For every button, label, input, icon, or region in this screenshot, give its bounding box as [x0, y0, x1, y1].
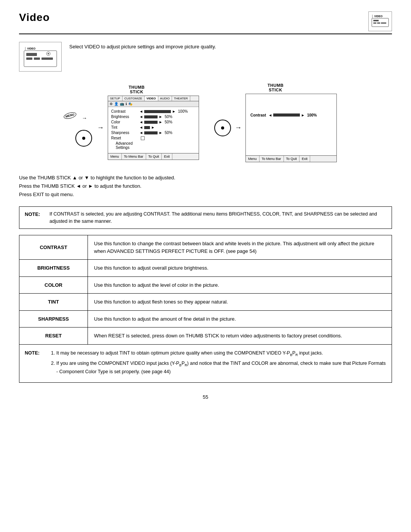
svg-rect-5	[381, 22, 386, 24]
feature-tint-desc: Use this function to adjust flesh tones …	[88, 294, 392, 310]
svg-rect-3	[373, 22, 376, 24]
instruction-line1: Use the THUMB STICK ▲ or ▼ to highlight …	[19, 174, 392, 182]
diagram-left: THUMB STICK MENU → → SETUP CUSTOM	[74, 85, 199, 160]
contrast-panel: Contrast ◄ ► 100% Menu To Menu Bar To Qu…	[245, 94, 337, 162]
feature-brightness-desc: Use this function to adjust overall pict…	[88, 260, 392, 276]
note1-text: If CONTRAST is selected, you are adjusti…	[49, 211, 386, 225]
bottom-note-label: NOTE:	[25, 349, 46, 378]
svg-rect-4	[377, 22, 380, 24]
feature-color: COLOR Use this function to adjust the le…	[19, 276, 392, 294]
diagram-right: THUMB STICK → Contrast ◄ ► 100%	[214, 83, 337, 162]
left-thumb-label: THUMB STICK	[129, 85, 145, 94]
svg-rect-9	[26, 58, 32, 60]
page-title: Video	[19, 11, 50, 24]
tab-audio: AUDIO	[158, 96, 172, 101]
feature-brightness: BRIGHTNESS Use this function to adjust o…	[19, 259, 392, 277]
intro-section: │ VIDEO Select VIDEO to adjust picture s…	[19, 42, 392, 72]
instructions: Use the THUMB STICK ▲ or ▼ to highlight …	[19, 174, 392, 199]
feature-sharpness-desc: Use this function to adjust the amount o…	[88, 311, 392, 328]
features-section: CONTRAST Use this function to change the…	[19, 235, 392, 345]
bottom-note: NOTE: It may be necessary to adjust TINT…	[19, 344, 392, 383]
left-joystick-area: MENU →	[74, 109, 93, 147]
left-to-menu-arrow: →	[97, 124, 104, 132]
svg-rect-8	[26, 53, 37, 56]
bottom-note-item2: If you are using the COMPONENT VIDEO inp…	[56, 359, 386, 375]
feature-contrast: CONTRAST Use this function to change the…	[19, 235, 392, 260]
right-to-panel-arrow: →	[235, 124, 242, 132]
feature-color-name: COLOR	[19, 277, 88, 294]
page-number: 55	[19, 394, 392, 400]
feature-brightness-name: BRIGHTNESS	[19, 260, 88, 276]
svg-rect-10	[34, 58, 40, 60]
header-video-icon: │ VIDEO	[368, 11, 392, 31]
tab-setup: SETUP	[108, 96, 123, 101]
feature-color-desc: Use this function to adjust the level of…	[88, 277, 392, 294]
right-thumb-label: THUMB STICK	[268, 83, 284, 92]
instruction-line2: Press the THUMB STICK ◄ or ► to adjust t…	[19, 182, 392, 190]
feature-reset-name: RESET	[19, 328, 88, 344]
menu-body: Contrast ◄ ► 100% Brightness ◄	[108, 107, 199, 153]
feature-sharpness: SHARPNESS Use this function to adjust th…	[19, 310, 392, 328]
feature-reset-desc: When RESET is selected, press down on TH…	[88, 328, 392, 344]
feature-reset: RESET When RESET is selected, press down…	[19, 327, 392, 345]
feature-contrast-desc: Use this function to change the contrast…	[88, 235, 392, 259]
tab-theater: THEATER	[172, 96, 190, 101]
tab-video: VIDEO	[145, 96, 158, 101]
svg-text:│ VIDEO: │ VIDEO	[25, 47, 36, 51]
feature-tint: TINT Use this function to adjust flesh t…	[19, 293, 392, 311]
svg-text:│ VIDEO: │ VIDEO	[372, 14, 383, 18]
menu-tabs: SETUP CUSTOMIZE VIDEO AUDIO THEATER	[108, 96, 199, 101]
feature-contrast-name: CONTRAST	[19, 235, 88, 259]
note1-box: NOTE: If CONTRAST is selected, you are a…	[19, 206, 392, 229]
diagram-section: THUMB STICK MENU → → SETUP CUSTOM	[19, 83, 392, 162]
svg-rect-11	[41, 58, 53, 60]
menu-footer: Menu To Menu Bar To Quit Exit	[108, 153, 199, 160]
contrast-footer: Menu To Menu Bar To Quit Exit	[246, 155, 336, 162]
menu-panel: SETUP CUSTOMIZE VIDEO AUDIO THEATER ⚙👤📺ℹ…	[108, 96, 199, 160]
video-icon-box: │ VIDEO	[19, 42, 62, 72]
note1-label: NOTE:	[25, 211, 46, 225]
tab-customize: CUSTOMIZE	[123, 96, 145, 101]
feature-sharpness-name: SHARPNESS	[19, 311, 88, 328]
intro-text: Select VIDEO to adjust picture settings …	[69, 42, 216, 50]
right-joystick	[214, 120, 231, 136]
bottom-note-item1: It may be necessary to adjust TINT to ob…	[56, 349, 386, 358]
left-joystick	[75, 130, 92, 147]
svg-point-13	[48, 53, 49, 54]
svg-rect-2	[373, 20, 379, 21]
page-header: Video │ VIDEO	[19, 11, 392, 34]
feature-tint-name: TINT	[19, 294, 88, 310]
instruction-line3: Press EXIT to quit menu.	[19, 190, 392, 199]
bottom-note-content: It may be necessary to adjust TINT to ob…	[49, 349, 386, 378]
